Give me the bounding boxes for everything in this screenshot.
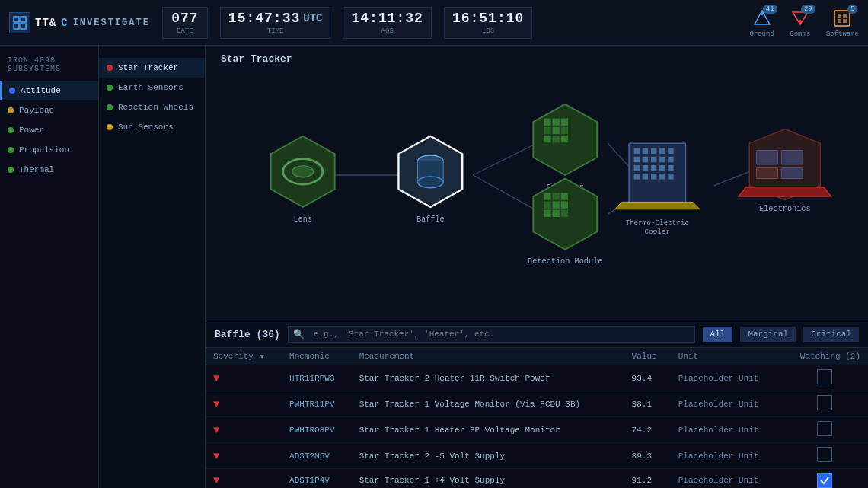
- svg-rect-71: [552, 210, 559, 217]
- filter-critical-button[interactable]: Critical: [803, 327, 859, 342]
- value-cell: 38.1: [624, 391, 671, 417]
- svg-text:Electronics: Electronics: [759, 204, 811, 213]
- filter-marginal-button[interactable]: Marginal: [740, 327, 796, 342]
- sidebar-item-payload[interactable]: Payload: [0, 100, 98, 120]
- earthsensors-dot: [107, 85, 113, 91]
- svg-rect-64: [544, 193, 550, 199]
- diagram-area: Star Tracker: [206, 46, 868, 321]
- svg-rect-59: [668, 174, 673, 179]
- aos-block: 14:11:32 AOS: [343, 7, 431, 39]
- svg-rect-65: [552, 193, 559, 199]
- comms-icon-group[interactable]: 29 Comms: [790, 8, 811, 38]
- sidebar-item-propulsion[interactable]: Propulsion: [0, 140, 98, 160]
- sub-sidebar-item-reactionwheels[interactable]: Reaction Wheels: [99, 97, 205, 117]
- logo-icon: [9, 12, 30, 33]
- svg-rect-34: [561, 127, 568, 134]
- propulsion-dot: [8, 147, 14, 153]
- svg-rect-9: [838, 14, 841, 18]
- svg-rect-32: [544, 127, 550, 134]
- svg-rect-48: [659, 157, 665, 162]
- watching-checkbox[interactable]: [817, 395, 832, 410]
- svg-rect-45: [634, 157, 640, 162]
- comms-icon: 29: [790, 8, 811, 29]
- power-dot: [8, 127, 14, 133]
- svg-rect-50: [634, 165, 640, 171]
- svg-rect-40: [634, 148, 640, 154]
- svg-text:Lens: Lens: [293, 215, 312, 224]
- content-area: Star Tracker: [206, 46, 868, 488]
- mnemonic-cell: PWHTR11PV: [282, 391, 352, 417]
- watching-checkbox[interactable]: [817, 473, 832, 488]
- baffle-component[interactable]: Baffle: [398, 136, 462, 224]
- thermo-electric-cooler-component[interactable]: Thermo-Electric Cooler: [614, 143, 700, 236]
- search-input[interactable]: [308, 327, 690, 342]
- col-severity[interactable]: Severity ▼: [206, 348, 282, 365]
- table-row[interactable]: ▼PWHTRO8PVStar Tracker 1 Heater 8P Volta…: [206, 417, 868, 443]
- value-cell: 89.3: [624, 443, 671, 469]
- svg-rect-66: [561, 193, 568, 199]
- sub-sidebar-item-sunsensors[interactable]: Sun Sensors: [99, 117, 205, 137]
- svg-rect-10: [843, 14, 847, 18]
- watching-cell[interactable]: [781, 443, 868, 469]
- filter-all-button[interactable]: All: [703, 327, 733, 342]
- lens-component[interactable]: Lens: [271, 136, 335, 224]
- svg-rect-77: [757, 168, 778, 179]
- svg-line-17: [714, 171, 750, 186]
- table-row[interactable]: ▼ADST2M5VStar Tracker 2 -5 Volt Supply89…: [206, 443, 868, 469]
- svg-text:Cooler: Cooler: [645, 228, 670, 236]
- svg-rect-8: [834, 11, 850, 26]
- watching-cell[interactable]: [781, 365, 868, 391]
- watching-checkbox[interactable]: [817, 447, 832, 462]
- svg-text:Thermo-Electric: Thermo-Electric: [625, 218, 689, 227]
- topbar: TT&C INVESTIGATE 077 Date 15:47:33 UTC T…: [0, 0, 868, 46]
- watching-cell[interactable]: [781, 417, 868, 443]
- table-row[interactable]: ▼HTR11RPW3Star Tracker 2 Heater 11R Swit…: [206, 365, 868, 391]
- svg-rect-30: [552, 119, 559, 126]
- watching-cell[interactable]: [781, 391, 868, 417]
- svg-rect-11: [838, 19, 841, 23]
- col-unit[interactable]: Unit: [671, 348, 781, 365]
- col-measurement[interactable]: Measurement: [352, 348, 624, 365]
- col-mnemonic[interactable]: Mnemonic: [282, 348, 352, 365]
- table-row[interactable]: ▼ADST1P4VStar Tracker 1 +4 Volt Supply91…: [206, 469, 868, 489]
- payload-dot: [8, 107, 14, 113]
- software-icon: 5: [831, 8, 853, 29]
- svg-rect-68: [552, 201, 559, 208]
- table-title: Baffle (36): [215, 329, 280, 340]
- table-header-bar: Baffle (36) 🔍 All Marginal Critical: [206, 321, 868, 348]
- col-watching[interactable]: Watching (2): [781, 348, 868, 365]
- measurements-table: Severity ▼ Mnemonic Measurement Value Un…: [206, 348, 868, 488]
- severity-cell: ▼: [206, 443, 282, 469]
- sub-sidebar-item-startracker[interactable]: Star Tracker: [99, 58, 205, 78]
- svg-rect-2: [14, 24, 19, 29]
- software-icon-group[interactable]: 5 Software: [826, 8, 859, 38]
- svg-line-15: [473, 175, 537, 211]
- value-cell: 91.2: [624, 469, 671, 489]
- sidebar-item-attitude[interactable]: Attitude: [0, 81, 98, 100]
- sidebar-item-power[interactable]: Power: [0, 120, 98, 140]
- severity-cell: ▼: [206, 469, 282, 489]
- measurement-cell: Star Tracker 2 -5 Volt Supply: [352, 443, 624, 469]
- col-value[interactable]: Value: [624, 348, 671, 365]
- table-scroll[interactable]: Severity ▼ Mnemonic Measurement Value Un…: [206, 348, 868, 488]
- watching-cell[interactable]: [781, 469, 868, 489]
- svg-rect-47: [651, 157, 656, 162]
- search-icon: 🔍: [293, 329, 305, 340]
- unit-cell: Placeholder Unit: [671, 469, 781, 489]
- svg-rect-67: [544, 201, 550, 208]
- ground-icon-group[interactable]: 41 Ground: [749, 8, 774, 38]
- detection-module-component[interactable]: Detection Module: [528, 179, 602, 266]
- electronics-component[interactable]: Electronics: [739, 129, 831, 212]
- svg-rect-35: [544, 136, 550, 142]
- svg-rect-53: [659, 165, 665, 171]
- watching-checkbox[interactable]: [817, 421, 832, 436]
- svg-rect-55: [634, 174, 640, 179]
- table-row[interactable]: ▼PWHTR11PVStar Tracker 1 Voltage Monitor…: [206, 391, 868, 417]
- sidebar-item-thermal[interactable]: Thermal: [0, 160, 98, 180]
- watching-checkbox[interactable]: [817, 369, 832, 384]
- svg-rect-1: [21, 17, 26, 22]
- svg-rect-52: [651, 165, 656, 171]
- reactionwheels-dot: [107, 104, 113, 110]
- svg-rect-33: [552, 127, 559, 134]
- sub-sidebar-item-earthsensors[interactable]: Earth Sensors: [99, 78, 205, 97]
